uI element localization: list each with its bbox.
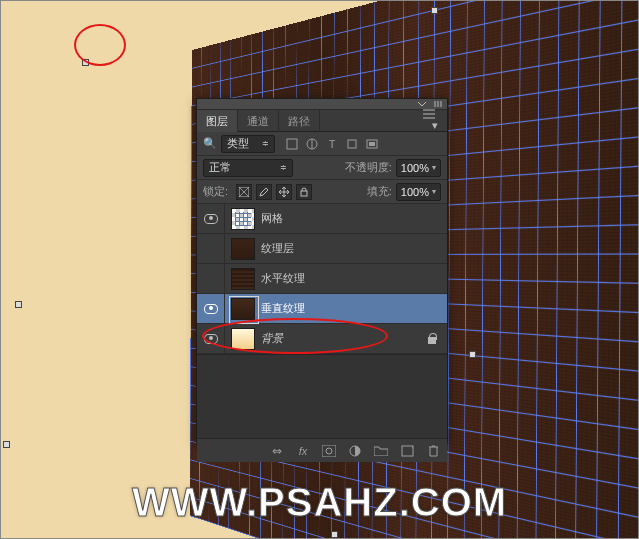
layer-thumbnail[interactable]	[231, 208, 255, 230]
lock-all-icon[interactable]	[296, 184, 312, 200]
filter-icons: T	[285, 137, 379, 151]
tab-layers[interactable]: 图层	[197, 110, 238, 132]
transform-handle[interactable]	[15, 301, 22, 308]
filter-type-select[interactable]: 类型 ≑	[221, 135, 275, 153]
filter-adjust-icon[interactable]	[305, 137, 319, 151]
lock-pixels-icon[interactable]	[236, 184, 252, 200]
visibility-toggle[interactable]	[197, 204, 225, 233]
adjustment-icon[interactable]	[347, 443, 363, 459]
search-icon: 🔍	[203, 137, 215, 150]
layer-name: 水平纹理	[261, 271, 305, 286]
svg-rect-4	[369, 142, 375, 146]
collapse-icon[interactable]	[417, 100, 427, 108]
layer-thumbnail[interactable]	[231, 238, 255, 260]
blend-row: 正常 ≑ 不透明度: 100% ▾	[197, 156, 447, 180]
tab-channels[interactable]: 通道	[238, 110, 279, 132]
fx-icon[interactable]: fx	[295, 443, 311, 459]
tab-paths[interactable]: 路径	[279, 110, 320, 132]
fill-input[interactable]: 100% ▾	[396, 183, 441, 201]
layer-name: 纹理层	[261, 241, 294, 256]
watermark-text: WWW.PSAHZ.COM	[30, 480, 609, 525]
trash-icon[interactable]	[425, 443, 441, 459]
transform-handle[interactable]	[469, 351, 476, 358]
link-layers-icon[interactable]: ⇔	[269, 443, 285, 459]
transform-handle[interactable]	[431, 7, 438, 14]
expand-icon[interactable]	[433, 100, 443, 108]
svg-rect-7	[322, 445, 336, 457]
filter-pixel-icon[interactable]	[285, 137, 299, 151]
layer-name: 网格	[261, 211, 283, 226]
filter-shape-icon[interactable]	[345, 137, 359, 151]
layer-thumbnail[interactable]	[231, 298, 255, 320]
opacity-label: 不透明度:	[345, 160, 392, 175]
fill-label: 填充:	[367, 184, 392, 199]
visibility-toggle[interactable]	[197, 234, 225, 263]
blend-mode-select[interactable]: 正常 ≑	[203, 159, 293, 177]
panel-empty-area	[197, 354, 447, 438]
panel-titlebar[interactable]	[197, 99, 447, 110]
mask-icon[interactable]	[321, 443, 337, 459]
annotation-circle-wrap	[202, 318, 388, 354]
chevron-down-icon: ▾	[432, 163, 436, 172]
svg-rect-6	[301, 191, 307, 196]
blend-mode-value: 正常	[209, 160, 231, 175]
transform-handle[interactable]	[3, 441, 10, 448]
lock-brush-icon[interactable]	[256, 184, 272, 200]
layer-name: 垂直纹理	[261, 301, 305, 316]
svg-rect-10	[402, 446, 413, 456]
layer-row[interactable]: 纹理层	[197, 234, 447, 264]
layer-row[interactable]: 水平纹理	[197, 264, 447, 294]
lock-label: 锁定:	[203, 184, 228, 199]
layers-panel: 图层 通道 路径 ▾ 🔍 类型 ≑ T 正常 ≑ 不透明度: 100%	[196, 98, 448, 444]
filter-type-t-icon[interactable]: T	[325, 137, 339, 151]
fill-value: 100%	[401, 186, 429, 198]
svg-rect-2	[348, 140, 356, 148]
panel-tabs: 图层 通道 路径 ▾	[197, 110, 447, 132]
new-layer-icon[interactable]	[399, 443, 415, 459]
chevron-down-icon: ▾	[432, 187, 436, 196]
eye-icon	[204, 214, 218, 224]
group-icon[interactable]	[373, 443, 389, 459]
lock-row: 锁定: 填充: 100% ▾	[197, 180, 447, 204]
transform-handle[interactable]	[331, 531, 338, 538]
annotation-circle	[202, 318, 388, 354]
eye-icon	[204, 304, 218, 314]
filter-type-label: 类型	[227, 136, 249, 151]
lock-position-icon[interactable]	[276, 184, 292, 200]
chevron-down-icon: ≑	[262, 139, 269, 148]
lock-icon	[427, 333, 437, 345]
filter-row: 🔍 类型 ≑ T	[197, 132, 447, 156]
opacity-input[interactable]: 100% ▾	[396, 159, 441, 177]
opacity-value: 100%	[401, 162, 429, 174]
visibility-toggle[interactable]	[197, 264, 225, 293]
layer-row[interactable]: 网格	[197, 204, 447, 234]
panel-footer: ⇔ fx	[197, 438, 447, 462]
transform-handle[interactable]	[82, 59, 89, 66]
chevron-down-icon: ≑	[280, 163, 287, 172]
svg-point-8	[326, 448, 332, 454]
layer-thumbnail[interactable]	[231, 268, 255, 290]
panel-menu-icon[interactable]: ▾	[423, 109, 447, 132]
svg-rect-0	[287, 139, 297, 149]
filter-smart-icon[interactable]	[365, 137, 379, 151]
